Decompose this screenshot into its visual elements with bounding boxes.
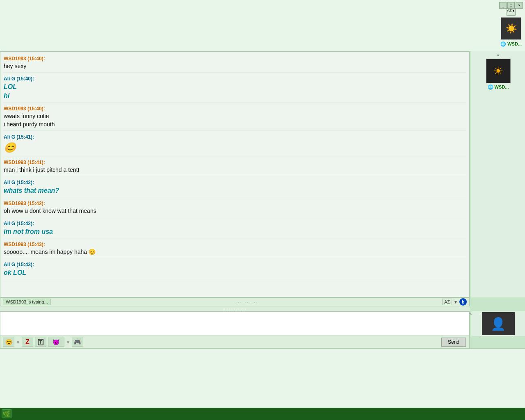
message-sender-8: Ali G (15:42): [4, 221, 466, 226]
message-input-area[interactable] [0, 311, 470, 336]
start-icon: 🌿 [2, 410, 11, 418]
message-sender-1: WSD1993 (15:40): [4, 56, 466, 62]
input-avatar-image: 👤 [482, 312, 515, 335]
games-button[interactable]: 🎮 [72, 338, 83, 347]
message-sender-5: WSD1993 (15:41): [4, 160, 466, 165]
message-block-5: WSD1993 (15:41): man i think i just pitc… [4, 158, 466, 176]
start-button[interactable]: 🌿 [2, 409, 11, 418]
message-body-3b: i heard purdy mouth [4, 121, 466, 129]
message-sender-4: Ali G (15:41): [4, 134, 466, 140]
dots-text: · · · · · · · · · · [225, 307, 245, 311]
font-button[interactable]: T [35, 338, 46, 347]
top-bar: _ □ × AZ▼ ☀️ 🌐 WSD... [0, 0, 525, 51]
online-icon: 🌐 [500, 41, 506, 46]
expand-arrow-icon[interactable]: « [497, 53, 500, 57]
maximize-button[interactable]: □ [507, 2, 515, 9]
message-block-8: Ali G (15:42): im not from usa [4, 219, 466, 238]
right-online-icon: 🌐 [488, 84, 495, 89]
message-block-7: WSD1993 (15:42): oh wow u dont know wat … [4, 199, 466, 217]
message-input[interactable] [0, 312, 469, 336]
message-sender-7: WSD1993 (15:42): [4, 201, 466, 206]
message-block-6: Ali G (15:42): whats that mean? [4, 178, 466, 197]
typing-indicator: WSD1993 is typing... [3, 299, 51, 305]
message-body-6: whats that mean? [4, 186, 466, 195]
message-block-10: Ali G (15:43): ok LOL [4, 260, 466, 279]
message-block-3: WSD1993 (15:40): wwats funny cutie i hea… [4, 104, 466, 130]
typing-dots: · · · · · · · · · · [55, 300, 438, 304]
bottom-area [0, 348, 525, 416]
typing-toolbar-right: AZ ▼ b [442, 298, 467, 306]
typing-status-bar: WSD1993 is typing... · · · · · · · · · ·… [0, 297, 470, 306]
top-avatar-image: ☀️ [501, 17, 521, 40]
emoticon-dropdown-arrow-icon[interactable]: ▼ [66, 340, 70, 345]
spell-check-button[interactable]: AZ [442, 299, 452, 305]
message-block-1: WSD1993 (15:40): hey sexy [4, 54, 466, 73]
emoji-icon: 😊 [5, 339, 12, 345]
message-body-2a: LOL [4, 82, 466, 91]
message-sender-2: Ali G (15:40): [4, 76, 466, 82]
chat-toolbar: 😊 ▼ Z T 😈 ▼ 🎮 Send [0, 336, 470, 348]
right-user-panel: « ☀ 🌐 WSD... [471, 51, 525, 297]
font-icon: T [38, 339, 44, 345]
blue-circle-button[interactable]: b [459, 298, 467, 306]
message-body-3a: wwats funny cutie [4, 112, 466, 121]
message-block-4: Ali G (15:41): 😊 [4, 132, 466, 157]
message-body-2b: hi [4, 91, 466, 100]
input-expand-arrow-icon[interactable]: « [469, 311, 472, 316]
emoticon-button[interactable]: 😈 [48, 338, 64, 347]
close-button[interactable]: × [516, 2, 523, 9]
message-body-1: hey sexy [4, 62, 466, 71]
message-body-8: im not from usa [4, 227, 466, 236]
spell-dropdown-arrow-icon[interactable]: ▼ [454, 300, 458, 304]
right-username-text: WSD... [495, 84, 509, 89]
message-body-4: 😊 [4, 141, 466, 155]
input-avatar-icon: 👤 [491, 317, 506, 331]
emoji-picker-button[interactable]: 😊 [3, 338, 14, 347]
az-top-button[interactable]: AZ▼ [507, 8, 516, 16]
message-body-7: oh wow u dont know wat that means [4, 207, 466, 215]
right-panel-username: 🌐 WSD... [488, 84, 509, 90]
taskbar: 🌿 [0, 408, 525, 420]
emoji-dropdown-arrow-icon[interactable]: ▼ [16, 340, 20, 345]
message-sender-10: Ali G (15:43): [4, 262, 466, 267]
message-body-10: ok LOL [4, 268, 466, 277]
send-button[interactable]: Send [441, 338, 466, 347]
chat-area: WSD1993 (15:40): hey sexy Ali G (15:40):… [0, 51, 470, 297]
message-sender-9: WSD1993 (15:43): [4, 242, 466, 247]
username-text: WSD... [507, 41, 522, 46]
top-username-label: 🌐 WSD... [500, 41, 522, 47]
window-controls[interactable]: _ □ × [499, 2, 523, 9]
chat-log[interactable]: WSD1993 (15:40): hey sexy Ali G (15:40):… [0, 52, 469, 297]
bold-button[interactable]: Z [22, 338, 33, 347]
emoticon-icon: 😈 [52, 339, 59, 345]
games-icon: 🎮 [74, 339, 81, 345]
top-avatar-area: AZ▼ ☀️ 🌐 WSD... [500, 8, 522, 47]
input-right-panel: 👤 [471, 311, 525, 336]
dots-divider: · · · · · · · · · · [0, 306, 470, 311]
message-block-9: WSD1993 (15:43): sooooo.... means im hap… [4, 240, 466, 258]
message-body-5: man i think i just pitchd a tent! [4, 166, 466, 174]
message-sender-6: Ali G (15:42): [4, 180, 466, 185]
bold-icon: Z [25, 338, 30, 346]
message-block-2: Ali G (15:40): LOL hi [4, 74, 466, 103]
avatar-symbol-icon: ☀ [493, 64, 503, 78]
message-body-9: sooooo.... means im happy haha 😊 [4, 248, 466, 256]
right-panel-avatar: ☀ [486, 59, 511, 83]
message-sender-3: WSD1993 (15:40): [4, 106, 466, 112]
minimize-button[interactable]: _ [499, 2, 507, 9]
avatar-icon: ☀️ [506, 23, 517, 34]
